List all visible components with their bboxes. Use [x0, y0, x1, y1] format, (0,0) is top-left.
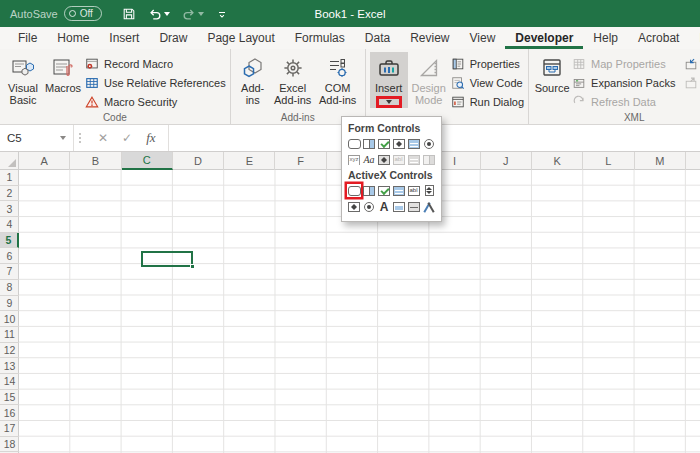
tab-file[interactable]: File — [8, 28, 47, 49]
insert-dropdown-annotation[interactable] — [376, 96, 402, 108]
tab-page-layout[interactable]: Page Layout — [197, 28, 284, 49]
tab-help[interactable]: Help — [583, 28, 628, 49]
com-add-ins-button[interactable]: COM Add-ins — [315, 52, 361, 106]
column-header-F[interactable]: F — [275, 152, 326, 170]
column-header-M[interactable]: M — [635, 152, 686, 170]
row-header-14[interactable]: 14 — [0, 374, 19, 390]
row-header-12[interactable]: 12 — [0, 343, 19, 359]
macros-button[interactable]: Macros — [42, 52, 84, 95]
form-option-button-icon[interactable] — [422, 137, 436, 150]
row-header-1[interactable]: 1 — [0, 170, 19, 186]
column-header-C[interactable]: C — [122, 152, 173, 170]
activex-option-button-icon[interactable] — [362, 200, 376, 213]
activex-list-box-icon[interactable] — [392, 184, 406, 197]
tab-home[interactable]: Home — [47, 28, 99, 49]
insert-function-icon[interactable]: fx — [146, 130, 155, 146]
map-properties-button[interactable]: Map Properties — [571, 56, 675, 71]
form-combo-dropdown-edit-icon[interactable] — [422, 153, 436, 166]
row-header-8[interactable]: 8 — [0, 280, 19, 296]
row-header-3[interactable]: 3 — [0, 201, 19, 217]
tab-insert[interactable]: Insert — [99, 28, 149, 49]
customize-quick-access-button[interactable] — [212, 8, 232, 20]
run-dialog-button[interactable]: Run Dialog — [450, 94, 524, 109]
row-header-6[interactable]: 6 — [0, 248, 19, 264]
select-all-corner[interactable] — [0, 152, 19, 170]
activex-check-box-icon[interactable] — [377, 184, 391, 197]
use-relative-references-button[interactable]: Use Relative References — [84, 75, 226, 90]
row-header-7[interactable]: 7 — [0, 264, 19, 280]
redo-button[interactable] — [178, 7, 208, 21]
expansion-packs-button[interactable]: Expansion Packs — [571, 75, 675, 90]
activex-toggle-button-icon[interactable] — [407, 200, 421, 213]
visual-basic-button[interactable]: Visual Basic — [4, 52, 42, 106]
form-combo-box-icon[interactable] — [362, 137, 376, 150]
design-mode-button[interactable]: Design Mode — [408, 52, 450, 106]
refresh-data-button[interactable]: Refresh Data — [571, 94, 675, 109]
activex-spin-button-icon[interactable] — [347, 200, 361, 213]
column-header-B[interactable]: B — [70, 152, 121, 170]
view-code-button[interactable]: View Code — [450, 75, 524, 90]
column-header-K[interactable]: K — [532, 152, 583, 170]
add-ins-button[interactable]: Add- ins — [235, 52, 271, 106]
row-header-2[interactable]: 2 — [0, 186, 19, 202]
tab-acrobat[interactable]: Acrobat — [628, 28, 689, 49]
fill-handle[interactable] — [190, 264, 195, 269]
form-text-field-icon[interactable]: abl — [392, 153, 406, 166]
form-scroll-bar-icon[interactable] — [377, 153, 391, 166]
column-header-D[interactable]: D — [173, 152, 224, 170]
row-header-13[interactable]: 13 — [0, 358, 19, 374]
cancel-icon[interactable]: ✕ — [98, 131, 108, 145]
tab-draw[interactable]: Draw — [149, 28, 197, 49]
record-macro-button[interactable]: Record Macro — [84, 56, 226, 71]
row-header-9[interactable]: 9 — [0, 296, 19, 312]
insert-controls-button[interactable]: Insert — [370, 52, 408, 108]
form-combo-list-edit-icon[interactable] — [407, 153, 421, 166]
row-header-15[interactable]: 15 — [0, 390, 19, 406]
form-group-box-icon[interactable]: xyz — [347, 153, 361, 166]
source-button[interactable]: Source — [533, 52, 571, 95]
form-check-box-icon[interactable] — [377, 137, 391, 150]
name-box-dropdown-icon[interactable] — [60, 136, 66, 140]
name-box[interactable]: C5 — [0, 125, 74, 151]
activex-image-icon[interactable] — [392, 200, 406, 213]
tab-view[interactable]: View — [460, 28, 506, 49]
tab-data[interactable]: Data — [355, 28, 400, 49]
autosave-toggle[interactable]: Off — [64, 6, 102, 21]
column-header-E[interactable]: E — [224, 152, 275, 170]
activex-combo-box-icon[interactable] — [362, 184, 376, 197]
activex-scroll-bar-icon[interactable] — [422, 184, 436, 197]
tab-power-pivot[interactable]: Power Pivot — [689, 28, 700, 49]
form-button-icon[interactable] — [347, 137, 361, 150]
activex-label-icon[interactable]: A — [377, 200, 391, 213]
tab-formulas[interactable]: Formulas — [285, 28, 355, 49]
row-header-5[interactable]: 5 — [0, 233, 19, 249]
row-header-4[interactable]: 4 — [0, 217, 19, 233]
row-header-10[interactable]: 10 — [0, 311, 19, 327]
column-header-A[interactable]: A — [19, 152, 70, 170]
undo-button[interactable] — [144, 7, 174, 21]
tab-developer[interactable]: Developer — [505, 28, 583, 49]
column-header-J[interactable]: J — [481, 152, 532, 170]
enter-icon[interactable]: ✓ — [122, 131, 132, 145]
tab-review[interactable]: Review — [400, 28, 459, 49]
row-header-16[interactable]: 16 — [0, 405, 19, 421]
import-button[interactable]: Import — [683, 56, 700, 71]
column-header-L[interactable]: L — [583, 152, 634, 170]
form-list-box-icon[interactable] — [407, 137, 421, 150]
save-button[interactable] — [118, 7, 140, 21]
row-header-17[interactable]: 17 — [0, 421, 19, 437]
form-label-icon[interactable]: Aa — [362, 153, 376, 166]
activex-command-button-icon[interactable] — [347, 184, 361, 197]
export-button[interactable]: Export — [683, 75, 700, 90]
row-header-11[interactable]: 11 — [0, 327, 19, 343]
row-header-18[interactable]: 18 — [0, 437, 19, 453]
properties-button[interactable]: Properties — [450, 56, 524, 71]
redo-dropdown-icon[interactable] — [198, 12, 204, 16]
formula-bar-resizer[interactable] — [74, 125, 86, 151]
excel-add-ins-button[interactable]: Excel Add-ins — [271, 52, 315, 106]
macro-security-button[interactable]: Macro Security — [84, 94, 226, 109]
form-spin-button-icon[interactable] — [392, 137, 406, 150]
activex-more-controls-icon[interactable] — [422, 200, 436, 213]
activex-text-box-icon[interactable]: abl — [407, 184, 421, 197]
undo-dropdown-icon[interactable] — [164, 12, 170, 16]
